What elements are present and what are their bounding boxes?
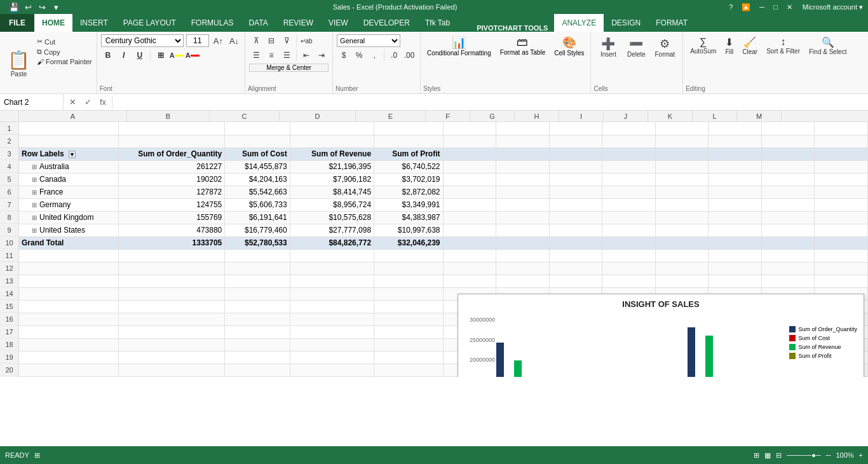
row-num-14[interactable]: 14 [0, 287, 18, 300]
cell-c5[interactable]: $4,204,163 [225, 173, 290, 186]
accounting-button[interactable]: $ [337, 49, 351, 62]
cell-b1[interactable] [119, 122, 225, 135]
cell-d1[interactable] [290, 122, 374, 135]
align-middle-button[interactable]: ⊟ [264, 34, 278, 47]
insert-button[interactable]: ➕ Insert [595, 34, 621, 60]
cell-c7[interactable]: $5,606,733 [225, 198, 290, 211]
cell-a10[interactable]: Grand Total [19, 236, 119, 249]
cell-f1[interactable] [443, 122, 496, 135]
align-top-button[interactable]: ⊼ [249, 34, 263, 47]
row-num-10[interactable]: 10 [0, 236, 18, 249]
cell-c1[interactable] [225, 122, 290, 135]
tab-tfk[interactable]: Tfk Tab [417, 14, 458, 32]
col-header-l[interactable]: L [693, 111, 737, 121]
conditional-formatting-button[interactable]: 📊 Conditional Formatting [424, 34, 494, 58]
merge-center-button[interactable]: Merge & Center [249, 64, 329, 72]
expand-icon[interactable]: ⊞ [32, 176, 37, 183]
decrease-decimal-button[interactable]: .00 [402, 49, 416, 62]
cell-l1[interactable] [761, 122, 815, 135]
row-num-12[interactable]: 12 [0, 262, 18, 275]
cell-c8[interactable]: $6,191,641 [225, 211, 290, 224]
col-header-f[interactable]: F [426, 111, 470, 121]
row-num-15[interactable]: 15 [0, 300, 18, 313]
cell-a8[interactable]: ⊞United Kingdom [19, 211, 119, 224]
align-center-button[interactable]: ≡ [264, 49, 278, 62]
cell-a5[interactable]: ⊞Canada [19, 173, 119, 186]
tab-format-pivot[interactable]: FORMAT [648, 14, 695, 32]
fill-color-button[interactable]: A [170, 49, 184, 62]
number-format-select[interactable]: General [337, 34, 400, 47]
help-icon[interactable]: ? [725, 3, 736, 11]
maximize-icon[interactable]: □ [770, 3, 782, 11]
tab-page-layout[interactable]: PAGE LAYOUT [116, 14, 184, 32]
cell-k1[interactable] [709, 122, 762, 135]
cell-d7[interactable]: $8,956,724 [290, 198, 374, 211]
cell-d9[interactable]: $27,777,098 [290, 224, 374, 236]
font-size-decrease-icon[interactable]: A↓ [227, 36, 241, 46]
align-left-button[interactable]: ☰ [249, 49, 263, 62]
tab-insert[interactable]: INSERT [72, 14, 116, 32]
cell-a9[interactable]: ⊞United States [19, 224, 119, 236]
font-color-button[interactable]: A [186, 49, 200, 62]
row-num-2[interactable]: 2 [0, 135, 18, 147]
increase-indent-button[interactable]: ⇥ [315, 49, 329, 62]
cell-styles-button[interactable]: 🎨 Cell Styles [552, 34, 587, 58]
col-header-h[interactable]: H [515, 111, 559, 121]
tab-file[interactable]: FILE [0, 14, 34, 32]
expand-icon[interactable]: ⊞ [32, 227, 37, 234]
cell-c6[interactable]: $5,542,663 [225, 186, 290, 198]
close-icon[interactable]: ✕ [783, 3, 796, 11]
row-num-13[interactable]: 13 [0, 275, 18, 287]
cell-e9[interactable]: $10,997,638 [374, 224, 443, 236]
col-header-a[interactable]: A [19, 111, 127, 121]
quick-access-toolbar[interactable]: 💾 ↩ ↪ ▾ [5, 1, 65, 13]
cell-c2[interactable] [225, 135, 290, 147]
account-label[interactable]: Microsoft account ▾ [803, 3, 863, 11]
format-painter-button[interactable]: 🖌 Format Painter [35, 57, 94, 66]
cell-c3[interactable]: Sum of Cost [225, 147, 290, 160]
cell-a3[interactable]: Row Labels ▾ [19, 147, 119, 160]
formula-fx-button[interactable]: fx [97, 96, 109, 109]
cell-d2[interactable] [290, 135, 374, 147]
cell-e3[interactable]: Sum of Profit [374, 147, 443, 160]
cell-d4[interactable]: $21,196,395 [290, 160, 374, 173]
cell-d8[interactable]: $10,575,628 [290, 211, 374, 224]
view-normal-icon[interactable]: ⊞ [754, 451, 759, 460]
formula-enter-button[interactable]: ✓ [81, 96, 94, 109]
cell-b7[interactable]: 124755 [119, 198, 225, 211]
zoom-slider[interactable]: ─────●─ [787, 451, 820, 459]
row-num-7[interactable]: 7 [0, 198, 18, 211]
copy-button[interactable]: ⧉ Copy [35, 47, 94, 57]
col-header-k[interactable]: K [648, 111, 693, 121]
cell-d5[interactable]: $7,906,182 [290, 173, 374, 186]
col-header-i[interactable]: I [559, 111, 604, 121]
clear-button[interactable]: 🧹 Clear [739, 34, 761, 57]
dropdown-icon[interactable]: ▾ [50, 1, 62, 13]
cell-e5[interactable]: $3,702,019 [374, 173, 443, 186]
row-num-3[interactable]: 3 [0, 147, 18, 160]
font-size-increase-icon[interactable]: A↑ [212, 36, 225, 46]
bold-button[interactable]: B [101, 49, 115, 62]
row-num-8[interactable]: 8 [0, 211, 18, 224]
col-header-m[interactable]: M [737, 111, 782, 121]
ribbon-toggle-icon[interactable]: 🔼 [738, 3, 754, 11]
italic-button[interactable]: I [117, 49, 131, 62]
col-header-b[interactable]: B [127, 111, 210, 121]
tab-data[interactable]: DATA [241, 14, 275, 32]
format-button[interactable]: ⚙ Format [651, 34, 679, 60]
row-num-1[interactable]: 1 [0, 122, 18, 135]
expand-icon[interactable]: ⊞ [32, 189, 37, 196]
undo-icon[interactable]: ↩ [22, 1, 34, 13]
cell-a6[interactable]: ⊞France [19, 186, 119, 198]
font-size-input[interactable] [186, 34, 209, 47]
cell-a4[interactable]: ⊞Australia [19, 160, 119, 173]
cell-g1[interactable] [496, 122, 550, 135]
zoom-level[interactable]: 100% [836, 451, 853, 459]
cell-d3[interactable]: Sum of Revenue [290, 147, 374, 160]
redo-icon[interactable]: ↪ [36, 1, 48, 13]
increase-decimal-button[interactable]: .0 [387, 49, 401, 62]
autosum-button[interactable]: ∑ AutoSum [687, 34, 719, 57]
expand-icon[interactable]: ⊞ [32, 214, 37, 221]
cell-b8[interactable]: 155769 [119, 211, 225, 224]
cell-e8[interactable]: $4,383,987 [374, 211, 443, 224]
